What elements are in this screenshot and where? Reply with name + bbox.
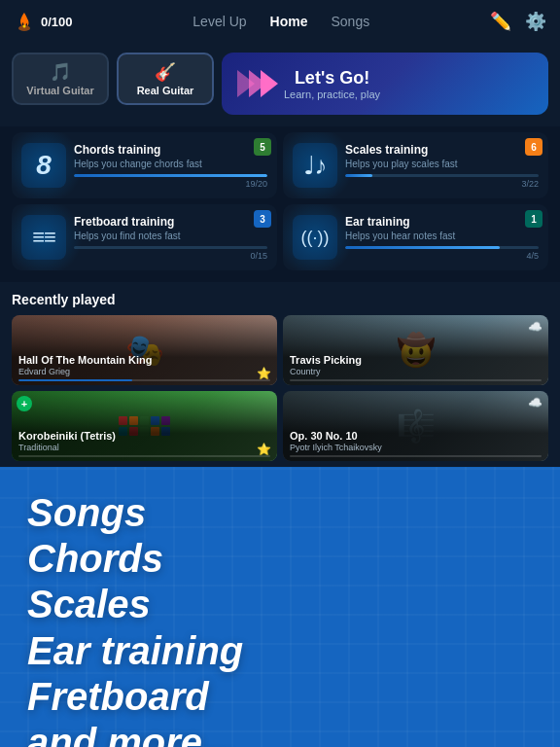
lets-go-button[interactable]: Let's Go! Learn, practice, play <box>222 53 548 115</box>
fretboard-training-progress-text: 0/15 <box>74 251 267 261</box>
virtual-guitar-icon: 🎵 <box>50 61 71 83</box>
big-text-line-6: and more... <box>27 721 234 747</box>
fretboard-training-card[interactable]: ≡≡ Fretboard training Helps you find not… <box>12 204 277 270</box>
song-card-tetris[interactable]: + Korobeiniki (Tetris) Traditional ⭐ <box>12 391 277 461</box>
song-add-icon-tetris[interactable]: + <box>17 396 32 411</box>
scales-training-progress-fill <box>345 174 372 177</box>
song-cloud-icon-op30: ☁️ <box>528 396 542 409</box>
song-progress-grieg <box>18 379 270 381</box>
song-artist-travis: Country <box>290 367 542 376</box>
recently-played-section: Recently played 🎭 Hall Of The Mountain K… <box>0 282 560 467</box>
virtual-guitar-label: Virtual Guitar <box>26 85 93 96</box>
ear-training-title: Ear training <box>345 215 539 229</box>
song-title-op30: Op. 30 No. 10 <box>290 430 542 443</box>
song-progress-travis <box>290 379 542 381</box>
svg-point-1 <box>23 25 26 28</box>
big-text-line-2: Chords <box>27 537 163 580</box>
song-info-grieg: Hall Of The Mountain King Edvard Grieg <box>12 349 277 385</box>
big-text-section: Songs Chords Scales Ear training Fretboa… <box>0 467 560 747</box>
fretboard-training-desc: Helps you find notes fast <box>74 231 267 241</box>
chords-training-content: Chords training Helps you change chords … <box>74 143 267 189</box>
scales-training-content: Scales training Helps you play scales fa… <box>345 143 539 189</box>
song-artist-tetris: Traditional <box>18 443 270 452</box>
nav-songs[interactable]: Songs <box>332 14 370 29</box>
song-artist-grieg: Edvard Grieg <box>18 367 270 376</box>
scales-training-progress-text: 3/22 <box>345 179 539 189</box>
chords-training-card[interactable]: 8 Chords training Helps you change chord… <box>12 132 277 198</box>
songs-grid: 🎭 Hall Of The Mountain King Edvard Grieg… <box>12 315 548 461</box>
song-progress-op30 <box>290 455 542 457</box>
scales-training-badge: 6 <box>525 138 542 156</box>
nav-left: 0/100 <box>14 11 73 32</box>
lets-go-subtitle: Learn, practice, play <box>284 89 380 100</box>
top-row: 🎵 Virtual Guitar 🎸 Real Guitar Let's Go!… <box>12 53 548 115</box>
song-star-icon-grieg: ⭐ <box>257 367 271 380</box>
ear-training-progress <box>345 246 539 249</box>
ear-training-progress-text: 4/5 <box>345 251 539 261</box>
nav-home[interactable]: Home <box>270 14 308 29</box>
fretboard-training-content: Fretboard training Helps you find notes … <box>74 215 267 261</box>
lets-go-title: Let's Go! <box>284 68 380 89</box>
real-guitar-icon: 🎸 <box>155 61 176 83</box>
song-info-tetris: Korobeiniki (Tetris) Traditional <box>12 425 277 461</box>
song-title-tetris: Korobeiniki (Tetris) <box>18 430 270 443</box>
fretboard-training-icon: ≡≡ <box>21 215 66 260</box>
scales-training-progress <box>345 174 539 177</box>
chords-training-progress <box>74 174 267 177</box>
song-title-travis: Travis Picking <box>290 354 542 367</box>
scales-training-card[interactable]: ♩♪ Scales training Helps you play scales… <box>283 132 548 198</box>
ear-training-icon: ((·)) <box>293 215 337 260</box>
nav-right: ✏️ ⚙️ <box>490 11 546 32</box>
scales-training-icon: ♩♪ <box>293 143 337 188</box>
song-title-grieg: Hall Of The Mountain King <box>18 354 270 367</box>
recently-played-title: Recently played <box>12 292 548 307</box>
real-guitar-button[interactable]: 🎸 Real Guitar <box>117 53 214 105</box>
ear-training-content: Ear training Helps you hear notes fast 4… <box>345 215 539 261</box>
instrument-panel: 🎵 Virtual Guitar 🎸 Real Guitar Let's Go!… <box>0 43 560 126</box>
big-text-line-3: Scales <box>27 583 151 625</box>
lets-go-text: Let's Go! Learn, practice, play <box>284 68 380 100</box>
fretboard-training-badge: 3 <box>254 210 271 228</box>
scales-training-title: Scales training <box>345 143 539 157</box>
big-text-line-5: Fretboard <box>27 675 209 718</box>
fretboard-training-progress <box>74 246 267 249</box>
virtual-guitar-button[interactable]: 🎵 Virtual Guitar <box>12 53 109 105</box>
edit-icon[interactable]: ✏️ <box>490 11 511 32</box>
big-text-line-4: Ear training <box>27 629 243 672</box>
top-navigation: 0/100 Level Up Home Songs ✏️ ⚙️ <box>0 0 560 43</box>
chords-training-progress-text: 19/20 <box>74 179 267 189</box>
chords-training-title: Chords training <box>74 143 267 157</box>
real-guitar-label: Real Guitar <box>137 85 194 96</box>
lets-go-arrows <box>237 70 272 97</box>
arrow-2 <box>249 70 266 97</box>
ear-training-card[interactable]: ((·)) Ear training Helps you hear notes … <box>283 204 548 270</box>
chords-training-desc: Helps you change chords fast <box>74 159 267 169</box>
training-cards-grid: 8 Chords training Helps you change chord… <box>12 132 548 270</box>
song-info-op30: Op. 30 No. 10 Pyotr Ilyich Tchaikovsky <box>283 425 548 461</box>
ear-training-progress-fill <box>345 246 500 249</box>
chords-training-badge: 5 <box>254 138 271 156</box>
song-artist-op30: Pyotr Ilyich Tchaikovsky <box>290 443 542 452</box>
song-progress-tetris <box>18 455 270 457</box>
scales-training-desc: Helps you play scales fast <box>345 159 539 169</box>
ear-training-badge: 1 <box>525 210 542 228</box>
big-text: Songs Chords Scales Ear training Fretboa… <box>27 490 533 747</box>
song-star-icon-tetris: ⭐ <box>257 443 271 456</box>
flame-icon <box>14 11 35 32</box>
song-card-travis-picking[interactable]: 🤠 Travis Picking Country ☁️ <box>283 315 548 385</box>
xp-counter: 0/100 <box>41 15 73 29</box>
song-progress-fill-grieg <box>18 379 132 381</box>
chords-training-progress-fill <box>74 174 267 177</box>
nav-center: Level Up Home Songs <box>192 14 369 29</box>
song-card-op30[interactable]: 🎼 Op. 30 No. 10 Pyotr Ilyich Tchaikovsky… <box>283 391 548 461</box>
ear-training-desc: Helps you hear notes fast <box>345 231 539 241</box>
settings-icon[interactable]: ⚙️ <box>525 11 546 32</box>
guitar-toggle: 🎵 Virtual Guitar 🎸 Real Guitar <box>12 53 214 105</box>
chords-training-icon: 8 <box>21 143 66 188</box>
song-cloud-icon-travis: ☁️ <box>528 320 542 334</box>
song-info-travis: Travis Picking Country <box>283 349 548 385</box>
nav-level-up[interactable]: Level Up <box>192 14 246 29</box>
song-card-hall-mountain-king[interactable]: 🎭 Hall Of The Mountain King Edvard Grieg… <box>12 315 277 385</box>
training-section: 8 Chords training Helps you change chord… <box>0 126 560 276</box>
big-text-line-1: Songs <box>27 491 146 534</box>
